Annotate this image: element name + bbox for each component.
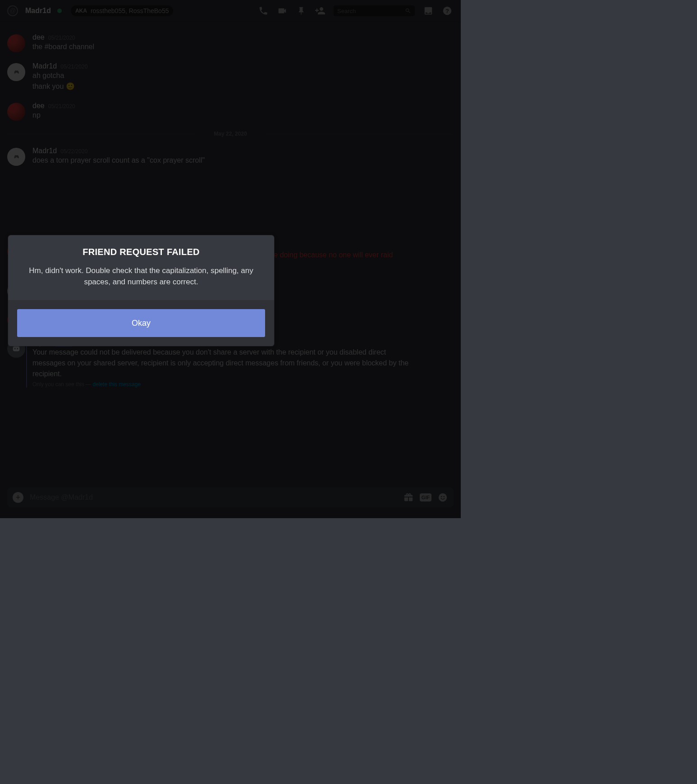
modal-overlay[interactable]: FRIEND REQUEST FAILED Hm, didn't work. D… — [0, 0, 461, 518]
modal-body: Hm, didn't work. Double check that the c… — [21, 265, 261, 287]
okay-button[interactable]: Okay — [17, 309, 265, 337]
modal-title: FRIEND REQUEST FAILED — [21, 247, 261, 257]
friend-request-failed-modal: FRIEND REQUEST FAILED Hm, didn't work. D… — [8, 235, 274, 346]
